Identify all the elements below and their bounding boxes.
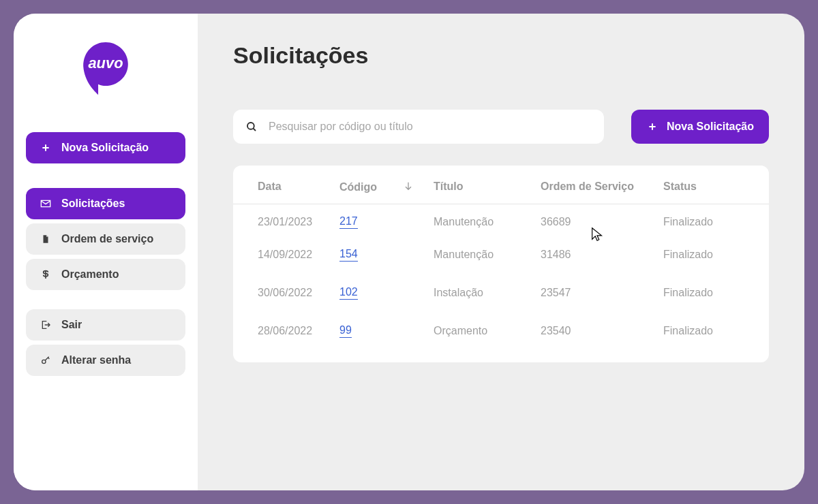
header-codigo[interactable]: Código: [339, 180, 434, 194]
main-content: Solicitações Nova Solicitação Data: [198, 14, 804, 490]
cell-titulo: Manutenção: [434, 249, 541, 261]
sidebar-footer-sair[interactable]: Sair: [26, 309, 185, 341]
new-request-button-main[interactable]: Nova Solicitação: [631, 110, 769, 144]
header-ordem[interactable]: Ordem de Serviço: [541, 180, 663, 194]
cell-status: Finalizado: [663, 325, 744, 337]
cell-data: 30/06/2022: [258, 287, 339, 299]
table-row: 14/09/2022154Manutenção31486Finalizado: [233, 237, 769, 270]
nav-section: SolicitaçõesOrdem de serviçoOrçamento: [26, 188, 185, 290]
search-input[interactable]: [269, 121, 592, 133]
cell-data: 14/09/2022: [258, 249, 339, 261]
table-row: 30/06/2022102Instalação23547Finalizado: [233, 270, 769, 308]
cell-data: 28/06/2022: [258, 325, 339, 337]
plus-icon: [40, 142, 52, 154]
sidebar-item-solicitações[interactable]: Solicitações: [26, 188, 185, 219]
table-row: 23/01/2023217Manutenção36689Finalizado: [233, 204, 769, 237]
dollar-icon: [40, 268, 52, 281]
search-box[interactable]: [233, 110, 604, 144]
svg-point-2: [247, 123, 254, 129]
cell-titulo: Instalação: [434, 287, 541, 299]
brand-logo: auvo: [26, 40, 185, 98]
sidebar-item-label: Orçamento: [61, 268, 119, 281]
cell-ordem: 36689: [541, 216, 663, 228]
cell-titulo: Orçamento: [434, 325, 541, 337]
table-body: 23/01/2023217Manutenção36689Finalizado14…: [233, 204, 769, 346]
sidebar-item-label: Ordem de serviço: [61, 233, 153, 245]
toolbar: Nova Solicitação: [233, 110, 769, 144]
header-data[interactable]: Data: [258, 180, 339, 194]
sidebar-item-ordem-de-serviço[interactable]: Ordem de serviço: [26, 223, 185, 255]
page-title: Solicitações: [233, 42, 769, 69]
envelope-icon: [40, 198, 52, 210]
requests-table: Data Código Título Ordem de Serviço Stat…: [233, 166, 769, 362]
header-status[interactable]: Status: [663, 180, 744, 194]
codigo-link[interactable]: 102: [339, 286, 358, 300]
new-request-label: Nova Solicitação: [61, 142, 149, 154]
cell-ordem: 23540: [541, 325, 663, 337]
sidebar-footer-label: Alterar senha: [61, 354, 131, 366]
cell-status: Finalizado: [663, 216, 744, 228]
codigo-link[interactable]: 154: [339, 248, 358, 262]
plus-icon: [646, 121, 658, 133]
sidebar-item-orçamento[interactable]: Orçamento: [26, 259, 185, 290]
cell-data: 23/01/2023: [258, 216, 339, 228]
app-window: auvo Nova Solicitação SolicitaçõesOrdem …: [14, 14, 804, 490]
header-titulo[interactable]: Título: [434, 180, 541, 194]
cell-status: Finalizado: [663, 287, 744, 299]
codigo-link[interactable]: 99: [339, 324, 352, 338]
document-icon: [40, 233, 52, 245]
cell-titulo: Manutenção: [434, 216, 541, 228]
sidebar: auvo Nova Solicitação SolicitaçõesOrdem …: [14, 14, 198, 490]
logout-icon: [40, 319, 52, 331]
sidebar-footer-alterar-senha[interactable]: Alterar senha: [26, 345, 185, 376]
cell-ordem: 31486: [541, 249, 663, 261]
sort-arrow-down-icon[interactable]: [403, 180, 414, 194]
search-icon: [245, 121, 258, 133]
new-request-button[interactable]: Nova Solicitação: [26, 132, 185, 163]
sidebar-item-label: Solicitações: [61, 198, 125, 210]
table-row: 28/06/202299Orçamento23540Finalizado: [233, 308, 769, 346]
sidebar-footer-label: Sair: [61, 319, 82, 331]
cell-status: Finalizado: [663, 249, 744, 261]
key-icon: [40, 354, 52, 366]
svg-text:auvo: auvo: [88, 54, 123, 72]
codigo-link[interactable]: 217: [339, 215, 358, 229]
cell-ordem: 23547: [541, 287, 663, 299]
footer-section: SairAlterar senha: [26, 309, 185, 376]
new-request-main-label: Nova Solicitação: [667, 121, 754, 133]
svg-point-1: [42, 360, 46, 363]
table-header: Data Código Título Ordem de Serviço Stat…: [233, 171, 769, 204]
